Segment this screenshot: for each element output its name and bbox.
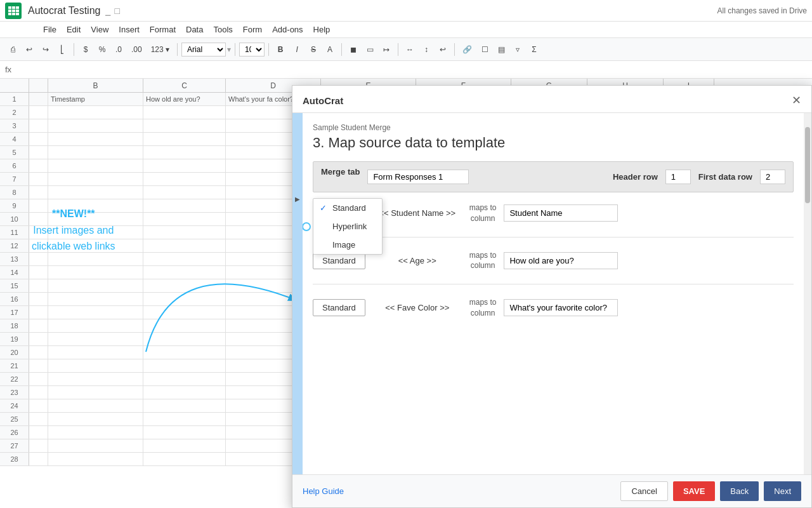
cell[interactable]	[29, 159, 48, 172]
cell[interactable]	[48, 213, 143, 225]
folder-icon[interactable]: □	[114, 6, 119, 16]
menu-insert[interactable]: Insert	[114, 23, 145, 36]
cell[interactable]	[143, 106, 226, 119]
modal-scrollbar[interactable]	[804, 113, 811, 474]
column-input-3[interactable]	[504, 299, 618, 316]
cell[interactable]	[48, 453, 143, 465]
cell[interactable]	[143, 413, 226, 425]
cell[interactable]	[29, 119, 48, 132]
help-link[interactable]: Help Guide	[303, 486, 344, 496]
cell[interactable]: How old are you?	[143, 93, 226, 105]
cell[interactable]: Timestamp	[48, 93, 143, 105]
cell[interactable]	[143, 119, 226, 132]
cell[interactable]	[29, 373, 48, 385]
menu-addons[interactable]: Add-ons	[267, 23, 308, 36]
function-btn[interactable]: Σ	[527, 43, 542, 56]
cell[interactable]	[29, 239, 48, 252]
cell[interactable]	[143, 133, 226, 145]
border-btn[interactable]: ▭	[362, 43, 377, 56]
font-size-select[interactable]: 10	[239, 43, 265, 57]
comment-btn[interactable]: ☐	[477, 43, 492, 56]
menu-file[interactable]: File	[38, 23, 62, 36]
cell[interactable]	[48, 306, 143, 319]
type-dropdown-menu[interactable]: Standard Hyperlink Image	[313, 198, 383, 255]
cell[interactable]	[143, 346, 226, 359]
cell[interactable]	[48, 133, 143, 145]
next-button[interactable]: Next	[764, 481, 801, 501]
cell[interactable]	[29, 453, 48, 465]
cell[interactable]	[29, 133, 48, 145]
cell[interactable]	[29, 173, 48, 185]
scrollbar-thumb[interactable]	[805, 127, 810, 203]
cell[interactable]	[143, 146, 226, 159]
cell[interactable]	[143, 373, 226, 385]
cell[interactable]	[143, 239, 226, 252]
cell[interactable]	[48, 319, 143, 332]
cell[interactable]	[143, 199, 226, 212]
cell[interactable]	[143, 359, 226, 372]
wrap-btn[interactable]: ↩	[435, 43, 450, 56]
cell[interactable]	[143, 293, 226, 305]
cell[interactable]	[48, 146, 143, 159]
menu-format[interactable]: Format	[145, 23, 181, 36]
merge-tab-input[interactable]	[367, 170, 469, 184]
cell[interactable]	[48, 106, 143, 119]
dropdown-item-standard[interactable]: Standard	[313, 199, 382, 217]
cell[interactable]	[48, 413, 143, 425]
valign-btn[interactable]: ↕	[419, 43, 434, 56]
cell[interactable]	[48, 386, 143, 399]
cell[interactable]	[48, 293, 143, 305]
undo-btn[interactable]: ↩	[22, 43, 37, 56]
save-button[interactable]: SAVE	[673, 481, 715, 501]
cell[interactable]	[29, 386, 48, 399]
cell[interactable]	[143, 399, 226, 412]
cell[interactable]	[48, 253, 143, 265]
cell[interactable]	[48, 359, 143, 372]
cell[interactable]	[143, 186, 226, 199]
cell[interactable]	[29, 413, 48, 425]
cell[interactable]	[143, 159, 226, 172]
chart-btn[interactable]: ▤	[494, 43, 509, 56]
format123-btn[interactable]: 123 ▾	[147, 43, 173, 56]
cell[interactable]	[143, 426, 226, 439]
cell[interactable]	[143, 253, 226, 265]
cell[interactable]	[48, 373, 143, 385]
cell[interactable]	[143, 213, 226, 225]
cell[interactable]	[143, 453, 226, 465]
cell[interactable]	[29, 426, 48, 439]
currency-btn[interactable]: $	[78, 43, 93, 56]
redo-btn[interactable]: ↪	[38, 43, 53, 56]
cell[interactable]	[143, 439, 226, 452]
first-data-input[interactable]	[760, 170, 785, 184]
cell[interactable]	[143, 386, 226, 399]
cell[interactable]	[143, 279, 226, 292]
sidebar-arrow[interactable]: ▶	[292, 189, 303, 208]
cell[interactable]	[143, 306, 226, 319]
menu-tools[interactable]: Tools	[208, 23, 237, 36]
cell[interactable]	[29, 293, 48, 305]
cell[interactable]	[48, 119, 143, 132]
cell[interactable]	[29, 186, 48, 199]
merge-btn[interactable]: ↦	[379, 43, 394, 56]
cell[interactable]	[48, 399, 143, 412]
strikethrough-btn[interactable]: S	[306, 43, 321, 56]
header-row-input[interactable]	[665, 170, 691, 184]
text-color-btn[interactable]: A	[322, 43, 337, 56]
cell[interactable]	[29, 146, 48, 159]
cell[interactable]	[143, 266, 226, 279]
menu-data[interactable]: Data	[181, 23, 208, 36]
font-select[interactable]: Arial	[181, 43, 226, 57]
percent-btn[interactable]: %	[95, 43, 110, 56]
print-btn[interactable]: ⎙	[5, 43, 20, 56]
column-input-1[interactable]	[504, 204, 618, 222]
cell[interactable]	[29, 439, 48, 452]
star-icon[interactable]: ⎯	[105, 6, 110, 16]
cell[interactable]	[29, 106, 48, 119]
menu-edit[interactable]: Edit	[62, 23, 86, 36]
cell[interactable]	[48, 239, 143, 252]
cell[interactable]	[48, 346, 143, 359]
modal-close-button[interactable]: ✕	[792, 93, 801, 107]
cell[interactable]	[29, 266, 48, 279]
cell[interactable]	[48, 266, 143, 279]
cell[interactable]	[29, 199, 48, 212]
